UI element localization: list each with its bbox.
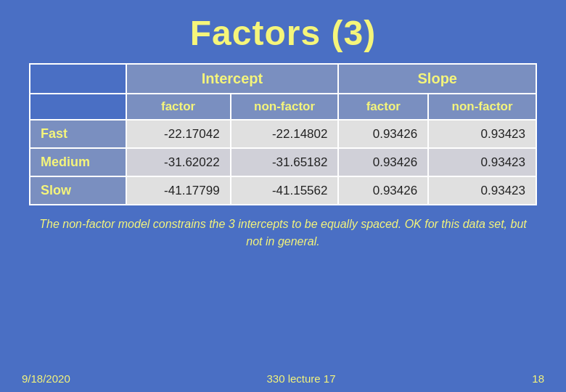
group-header-row: Intercept Slope bbox=[30, 64, 536, 94]
table-cell: -41.15562 bbox=[231, 176, 339, 205]
table-cell: -31.65182 bbox=[231, 148, 339, 176]
slope-group-header: Slope bbox=[338, 64, 536, 94]
table-row: Fast-22.17042-22.148020.934260.93423 bbox=[30, 120, 536, 148]
page-title: Factors (3) bbox=[0, 0, 566, 63]
row-label: Slow bbox=[30, 176, 126, 205]
sub-header-slope-factor: factor bbox=[338, 94, 428, 120]
footer: 9/18/2020 330 lecture 17 18 bbox=[0, 372, 566, 385]
table-cell: 0.93426 bbox=[338, 148, 428, 176]
table-cell: -22.14802 bbox=[231, 120, 339, 148]
table-container: Intercept Slope factor non-factor factor… bbox=[29, 63, 537, 205]
row-label: Medium bbox=[30, 148, 126, 176]
table-row: Slow-41.17799-41.155620.934260.93423 bbox=[30, 176, 536, 205]
table-body: Fast-22.17042-22.148020.934260.93423Medi… bbox=[30, 120, 536, 205]
row-label: Fast bbox=[30, 120, 126, 148]
footer-date: 9/18/2020 bbox=[22, 372, 70, 385]
sub-header-slope-nonfactor: non-factor bbox=[428, 94, 536, 120]
table-cell: -41.17799 bbox=[126, 176, 231, 205]
table-cell: 0.93423 bbox=[428, 176, 536, 205]
table-cell: -22.17042 bbox=[126, 120, 231, 148]
table-row: Medium-31.62022-31.651820.934260.93423 bbox=[30, 148, 536, 176]
table-cell: 0.93426 bbox=[338, 120, 428, 148]
table-cell: 0.93426 bbox=[338, 176, 428, 205]
empty-group-header bbox=[30, 64, 126, 94]
note-text: The non-factor model constrains the 3 in… bbox=[36, 216, 530, 250]
footer-page: 18 bbox=[532, 372, 544, 385]
sub-header-intercept-nonfactor: non-factor bbox=[231, 94, 339, 120]
table-cell: 0.93423 bbox=[428, 148, 536, 176]
table-cell: 0.93423 bbox=[428, 120, 536, 148]
sub-header-intercept-factor: factor bbox=[126, 94, 231, 120]
intercept-group-header: Intercept bbox=[126, 64, 339, 94]
footer-lecture: 330 lecture 17 bbox=[266, 372, 335, 385]
table-cell: -31.62022 bbox=[126, 148, 231, 176]
data-table: Intercept Slope factor non-factor factor… bbox=[29, 63, 537, 205]
sub-header-empty bbox=[30, 94, 126, 120]
sub-header-row: factor non-factor factor non-factor bbox=[30, 94, 536, 120]
